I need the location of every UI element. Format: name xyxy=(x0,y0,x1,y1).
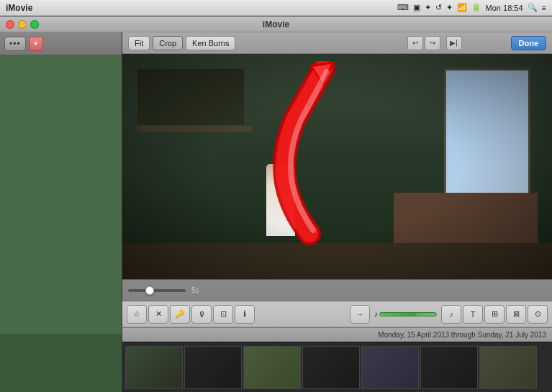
mac-menubar: iMovie ⌨ ▣ ✦ ↺ ✦ 📶 🔋 Mon 18:54 🔍 ≡ xyxy=(0,0,552,16)
keyword-button[interactable]: 🔑 xyxy=(170,305,190,324)
menubar-icon-wifi: 📶 xyxy=(457,3,467,12)
right-controls: → ♪ ♪ T xyxy=(350,305,548,324)
sidebar: ••• ★ xyxy=(0,32,122,392)
scene-overlay xyxy=(122,54,552,279)
redo-button[interactable]: ↪ xyxy=(425,36,440,50)
crop-button[interactable]: Crop xyxy=(153,36,183,50)
menubar-icon-keyboard: ⌨ xyxy=(397,3,409,12)
sidebar-toolbar: ••• ★ xyxy=(0,32,122,55)
volume-slider[interactable] xyxy=(379,312,437,316)
window-close-button[interactable] xyxy=(6,20,14,29)
zoom-thumb[interactable] xyxy=(145,286,154,295)
fit-button[interactable]: Fit xyxy=(128,36,150,50)
menubar-icons: ⌨ ▣ ✦ ↺ ✦ 📶 🔋 Mon 18:54 🔍 ≡ xyxy=(397,3,546,12)
imovie-window: iMovie ••• ★ Fit Crop Ken Burns xyxy=(0,16,552,392)
sidebar-bottom xyxy=(0,334,122,392)
star-icon: ☆ xyxy=(133,309,140,319)
ken-burns-button[interactable]: Ken Burns xyxy=(186,36,235,50)
crop-icon: ⊡ xyxy=(220,309,227,319)
menubar-icon-time-machine: ↺ xyxy=(435,3,442,12)
main-content: Fit Crop Ken Burns ↩ ↪ ▶| Done xyxy=(122,32,552,392)
film-thumb-2 xyxy=(184,346,242,389)
window-maximize-button[interactable] xyxy=(30,20,39,29)
film-thumb-1 xyxy=(125,346,183,389)
info-button[interactable]: ℹ xyxy=(235,305,255,324)
window-controls xyxy=(6,20,39,29)
menubar-icon-display: ▣ xyxy=(413,3,420,12)
reject-button[interactable]: ✕ xyxy=(148,305,168,324)
filmstrip xyxy=(122,342,552,392)
map-icon: ⊞ xyxy=(492,309,498,319)
music-icon: ♪ xyxy=(374,310,378,318)
window-titlebar: iMovie xyxy=(0,17,552,32)
film-thumb-7 xyxy=(479,346,537,389)
status-bar: Monday, 15 April 2013 through Sunday, 21… xyxy=(122,327,552,342)
timeline-duration: 5s xyxy=(191,286,199,294)
sidebar-dots-button[interactable]: ••• xyxy=(4,37,26,51)
info-icon: ℹ xyxy=(243,309,246,319)
video-image xyxy=(122,54,552,279)
sidebar-icon-button[interactable]: ★ xyxy=(29,37,43,51)
menubar-icon-dropbox: ✦ xyxy=(425,3,431,12)
title-button[interactable]: T xyxy=(463,305,483,324)
window-minimize-button[interactable] xyxy=(18,20,27,29)
x-icon: ✕ xyxy=(155,309,162,319)
playback-toolbar: ☆ ✕ 🔑 🎙 ⊡ ℹ xyxy=(122,301,552,327)
sidebar-content xyxy=(0,55,122,334)
done-button[interactable]: Done xyxy=(511,36,547,50)
clip-icon: ⊠ xyxy=(513,309,520,319)
sidebar-dots-icon: ••• xyxy=(9,39,21,49)
undo-redo-group: ↩ ↪ xyxy=(407,36,440,50)
film-thumb-4 xyxy=(302,346,360,389)
menubar-time: Mon 18:54 xyxy=(486,4,523,12)
undo-button[interactable]: ↩ xyxy=(407,36,423,50)
video-toolbar: Fit Crop Ken Burns ↩ ↪ ▶| Done xyxy=(122,32,552,54)
music-button[interactable]: ♪ xyxy=(441,305,461,324)
map-button[interactable]: ⊞ xyxy=(484,305,505,324)
arrow-right-icon: → xyxy=(356,310,364,319)
bottom-section: 5s ☆ ✕ 🔑 🎙 xyxy=(122,279,552,392)
slider-area: 5s xyxy=(128,286,546,294)
title-icon: T xyxy=(471,310,476,319)
mic-icon: 🎙 xyxy=(198,310,206,319)
volume-area: ♪ xyxy=(374,310,437,318)
app-layout: ••• ★ Fit Crop Ken Burns ↩ ↪ ▶| xyxy=(0,32,552,392)
clip-button[interactable]: ⊠ xyxy=(506,305,526,324)
key-icon: 🔑 xyxy=(175,309,185,319)
film-thumb-5 xyxy=(361,346,419,389)
favorite-button[interactable]: ☆ xyxy=(127,305,147,324)
film-thumb-3 xyxy=(243,346,301,389)
transition-button[interactable]: → xyxy=(350,305,370,324)
crop-tool-button[interactable]: ⊡ xyxy=(213,305,233,324)
app-name: iMovie xyxy=(6,3,32,13)
sidebar-star-icon: ★ xyxy=(33,40,38,47)
share-icon: ⊙ xyxy=(535,309,541,319)
window-title: iMovie xyxy=(263,19,289,29)
zoom-slider[interactable] xyxy=(128,289,186,292)
menubar-icon-battery: 🔋 xyxy=(471,3,481,12)
voiceover-button[interactable]: 🎙 xyxy=(191,305,212,324)
volume-fill xyxy=(380,313,417,316)
timeline-controls: 5s xyxy=(122,280,552,301)
video-preview xyxy=(122,54,552,279)
note-icon: ♪ xyxy=(449,310,453,319)
menubar-icon-list[interactable]: ≡ xyxy=(542,4,546,12)
status-text: Monday, 15 April 2013 through Sunday, 21… xyxy=(378,331,546,339)
film-thumb-6 xyxy=(420,346,478,389)
play-button[interactable]: ▶| xyxy=(446,36,462,50)
menubar-icon-search[interactable]: 🔍 xyxy=(528,3,538,12)
menubar-icon-bluetooth: ✦ xyxy=(446,3,453,12)
share-button[interactable]: ⊙ xyxy=(528,305,548,324)
